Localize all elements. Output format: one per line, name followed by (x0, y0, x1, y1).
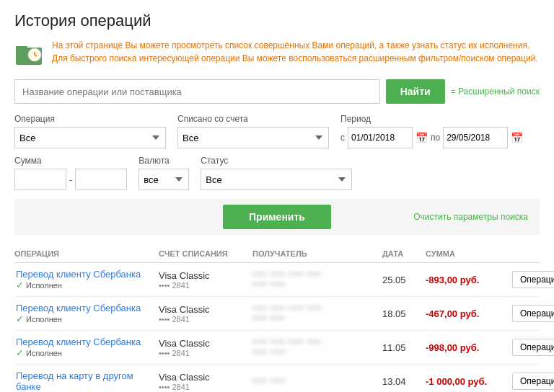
recipient-text: •••• •••• •••• •••• (252, 337, 382, 347)
col-date: ДАТА (382, 249, 426, 258)
operation-filter-label: Операция (14, 114, 166, 124)
actions-cell: Операции ▼ (512, 339, 554, 356)
period-row: с 📅 по 📅 (340, 127, 523, 148)
date-cell: 25.05 (382, 275, 426, 285)
currency-select[interactable]: все (138, 169, 189, 190)
actions-cell: Операции ▼ (512, 271, 554, 288)
account-filter-label: Списано со счета (177, 114, 329, 124)
recipient-cell: •••• •••• •••• •••• •••• •••• (252, 303, 382, 324)
table-row: Перевод клиенту Сбербанка ✓Исполнен Visa… (14, 331, 540, 365)
date-cell: 18.05 (382, 308, 426, 319)
apply-row: Применить Очистить параметры поиска (14, 199, 540, 235)
actions-cell: Операции ▼ (512, 305, 554, 322)
op-name[interactable]: Перевод на карту в другом банке (16, 370, 159, 392)
op-status: ✓Исполнен (16, 347, 159, 358)
op-cell: Перевод клиенту Сбербанка ✓Исполнен (14, 303, 159, 324)
period-from-label: с (340, 133, 345, 143)
ops-button[interactable]: Операции ▼ (512, 339, 554, 356)
clear-params-link[interactable]: Очистить параметры поиска (413, 212, 528, 222)
advanced-search-link[interactable]: = Расширенный поиск (451, 86, 540, 97)
info-icon (14, 39, 43, 68)
filter-row-1: Операция Все Списано со счета Все Период… (14, 114, 540, 148)
sum-group: Сумма - (14, 156, 127, 190)
col-amount: СУММА (426, 249, 512, 258)
period-to-input[interactable] (443, 127, 508, 148)
recipient-cell: •••• •••• •••• •••• •••• •••• (252, 337, 382, 357)
recipient-text2: •••• •••• (252, 347, 382, 357)
period-from-input[interactable] (348, 127, 413, 148)
op-status: ✓Исполнен (16, 280, 159, 290)
recipient-text: •••• •••• (252, 376, 382, 386)
amount-cell: -998,00 руб. (426, 342, 512, 353)
account-num: •••• 2841 (159, 349, 252, 357)
recipient-text2: •••• •••• (252, 313, 382, 324)
table-row: Перевод клиенту Сбербанка ✓Исполнен Visa… (14, 297, 540, 331)
col-actions (512, 249, 554, 258)
col-operation: ОПЕРАЦИЯ (14, 249, 159, 258)
calendar-to-icon[interactable]: 📅 (511, 132, 523, 143)
recipient-text: •••• •••• •••• •••• (252, 303, 382, 313)
op-name[interactable]: Перевод клиенту Сбербанка (16, 269, 159, 280)
apply-button[interactable]: Применить (223, 205, 331, 229)
actions-cell: Операции ▼ (512, 373, 554, 390)
account-num: •••• 2841 (159, 383, 252, 391)
account-name: Visa Classic (159, 270, 252, 281)
sum-to-input[interactable] (75, 169, 127, 190)
account-name: Visa Classic (159, 338, 252, 349)
amount-cell: -1 000,00 руб. (426, 376, 512, 387)
calendar-from-icon[interactable]: 📅 (416, 132, 428, 143)
date-cell: 11.05 (382, 342, 426, 353)
operation-select[interactable]: Все (14, 127, 166, 148)
page-title: История операций (14, 12, 540, 30)
ops-button[interactable]: Операции ▼ (512, 373, 554, 390)
period-to-label: по (431, 133, 440, 143)
check-icon: ✓ (16, 280, 24, 290)
op-name[interactable]: Перевод клиенту Сбербанка (16, 303, 159, 313)
op-status: ✓Исполнен (16, 313, 159, 324)
operation-filter-group: Операция Все (14, 114, 166, 148)
sum-dash: - (69, 174, 72, 185)
account-cell: Visa Classic •••• 2841 (159, 270, 252, 290)
account-select[interactable]: Все (177, 127, 329, 148)
search-input[interactable] (14, 79, 380, 104)
sum-from-input[interactable] (14, 169, 66, 190)
account-cell: Visa Classic •••• 2841 (159, 372, 252, 391)
status-select[interactable]: Все (201, 169, 352, 190)
table-header: ОПЕРАЦИЯ СЧЕТ СПИСАНИЯ ПОЛУЧАТЕЛЬ ДАТА С… (14, 245, 540, 263)
col-recipient: ПОЛУЧАТЕЛЬ (252, 249, 382, 258)
op-cell: Перевод на карту в другом банке (14, 370, 159, 392)
account-name: Visa Classic (159, 372, 252, 383)
account-name: Visa Classic (159, 304, 252, 315)
ops-button[interactable]: Операции ▼ (512, 271, 554, 288)
op-cell: Перевод клиенту Сбербанка ✓Исполнен (14, 337, 159, 358)
amount-cell: -467,00 руб. (426, 308, 512, 319)
table-row: Перевод клиенту Сбербанка ✓Исполнен Visa… (14, 263, 540, 297)
status-label: Статус (201, 156, 352, 166)
col-account: СЧЕТ СПИСАНИЯ (159, 249, 252, 258)
amount-cell: -893,00 руб. (426, 275, 512, 285)
check-icon: ✓ (16, 347, 24, 358)
check-icon: ✓ (16, 313, 24, 324)
table-row: Перевод на карту в другом банке Visa Cla… (14, 365, 540, 392)
op-cell: Перевод клиенту Сбербанка ✓Исполнен (14, 269, 159, 290)
account-filter-group: Списано со счета Все (177, 114, 329, 148)
info-text: На этой странице Вы можете просмотреть с… (52, 39, 540, 65)
recipient-cell: •••• •••• (252, 376, 382, 386)
operations-table: ОПЕРАЦИЯ СЧЕТ СПИСАНИЯ ПОЛУЧАТЕЛЬ ДАТА С… (14, 245, 540, 392)
account-num: •••• 2841 (159, 315, 252, 324)
status-filter-group: Статус Все (201, 156, 352, 190)
currency-filter-group: Валюта все (138, 156, 189, 190)
svg-rect-1 (16, 46, 27, 49)
ops-button[interactable]: Операции ▼ (512, 305, 554, 322)
search-button[interactable]: Найти (386, 79, 445, 104)
filter-row-2: Сумма - Валюта все Статус Все (14, 156, 540, 190)
period-label: Период (340, 114, 523, 124)
op-name[interactable]: Перевод клиенту Сбербанка (16, 337, 159, 347)
recipient-text2: •••• •••• (252, 280, 382, 290)
recipient-text: •••• •••• •••• •••• (252, 270, 382, 280)
account-num: •••• 2841 (159, 281, 252, 290)
date-cell: 13.04 (382, 376, 426, 387)
currency-label: Валюта (138, 156, 189, 166)
account-cell: Visa Classic •••• 2841 (159, 338, 252, 357)
account-cell: Visa Classic •••• 2841 (159, 304, 252, 324)
